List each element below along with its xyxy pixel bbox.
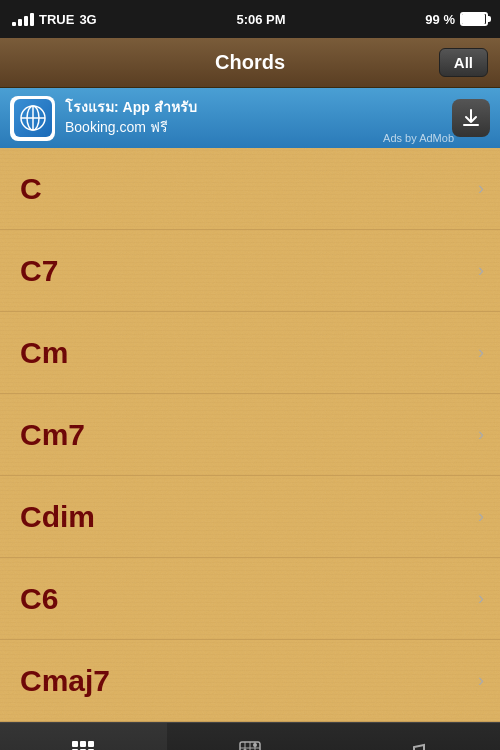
chevron-right-icon: › [478, 670, 484, 691]
signal-bars-icon [12, 13, 34, 26]
ad-download-button[interactable] [452, 99, 490, 137]
chord-name: Cm7 [20, 418, 85, 452]
chord-name: C7 [20, 254, 58, 288]
ad-banner[interactable]: โรงแรม: App สำหรับ Booking.com ฟรี Ads b… [0, 88, 500, 148]
chevron-right-icon: › [478, 342, 484, 363]
chord-name: C6 [20, 582, 58, 616]
battery-icon [460, 12, 488, 26]
chord-item[interactable]: C6 › [0, 558, 500, 640]
status-left: TRUE 3G [12, 12, 97, 27]
chord-name: C [20, 172, 42, 206]
chord-item[interactable]: Cm7 › [0, 394, 500, 476]
chevron-right-icon: › [478, 178, 484, 199]
svg-point-14 [253, 743, 257, 747]
time-label: 5:06 PM [236, 12, 285, 27]
tab-bar: Chords Chords by Key Songs [0, 722, 500, 750]
ad-app-icon [10, 96, 55, 141]
ad-line1: โรงแรม: App สำหรับ [65, 98, 442, 118]
status-bar: TRUE 3G 5:06 PM 99 % [0, 0, 500, 38]
ad-admob-label: Ads by AdMob [383, 132, 454, 144]
globe-icon [19, 104, 47, 132]
chord-item[interactable]: Cdim › [0, 476, 500, 558]
carrier-label: TRUE [39, 12, 74, 27]
nav-bar: Chords All [0, 38, 500, 88]
tab-chords-by-key[interactable]: Chords by Key [167, 723, 334, 750]
tab-chords[interactable]: Chords [0, 723, 167, 750]
chord-name: Cm [20, 336, 68, 370]
music-note-icon [404, 739, 430, 751]
chord-name: Cdim [20, 500, 95, 534]
battery-percent-label: 99 % [425, 12, 455, 27]
download-icon [460, 107, 482, 129]
chord-list: C › C7 › Cm › Cm7 › Cdim › C6 › Cmaj7 › [0, 148, 500, 722]
network-label: 3G [79, 12, 96, 27]
chord-item[interactable]: Cmaj7 › [0, 640, 500, 722]
chevron-right-icon: › [478, 506, 484, 527]
chord-item[interactable]: C7 › [0, 230, 500, 312]
chevron-right-icon: › [478, 260, 484, 281]
chord-item[interactable]: Cm › [0, 312, 500, 394]
chord-name: Cmaj7 [20, 664, 110, 698]
tab-songs[interactable]: Songs [333, 723, 500, 750]
chord-item[interactable]: C › [0, 148, 500, 230]
all-button[interactable]: All [439, 48, 488, 77]
chevron-right-icon: › [478, 588, 484, 609]
page-title: Chords [215, 51, 285, 74]
guitar-chord-icon [236, 738, 264, 751]
chevron-right-icon: › [478, 424, 484, 445]
chords-grid-icon [72, 741, 94, 751]
status-right: 99 % [425, 12, 488, 27]
